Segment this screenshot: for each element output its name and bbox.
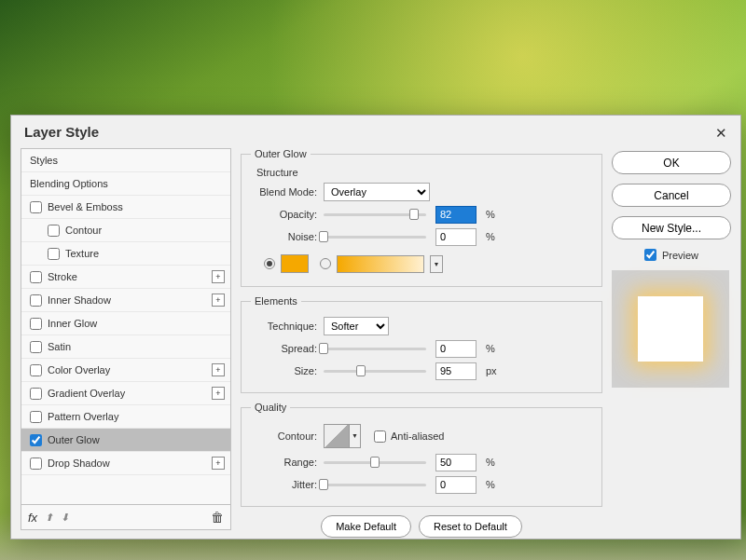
anti-alias-label: Anti-aliased bbox=[391, 430, 444, 442]
sidebar-item-contour[interactable]: Contour bbox=[21, 219, 230, 242]
plus-icon[interactable]: + bbox=[212, 294, 225, 307]
sidebar-item-gradient-overlay[interactable]: Gradient Overlay+ bbox=[21, 382, 230, 405]
size-label: Size: bbox=[251, 365, 324, 376]
layer-style-dialog: Layer Style ✕ Styles Blending Options Be… bbox=[10, 115, 741, 540]
sidebar-item-satin[interactable]: Satin bbox=[21, 335, 230, 359]
blend-mode-select[interactable]: Overlay bbox=[324, 183, 430, 201]
checkbox-gradient-overlay[interactable] bbox=[30, 388, 42, 400]
make-default-button[interactable]: Make Default bbox=[321, 515, 411, 538]
contour-picker[interactable] bbox=[324, 424, 350, 448]
sidebar-item-stroke[interactable]: Stroke+ bbox=[21, 266, 230, 289]
preview-label: Preview bbox=[662, 250, 698, 261]
preview-thumbnail bbox=[612, 270, 729, 388]
titlebar: Layer Style ✕ bbox=[11, 116, 740, 148]
opacity-input[interactable] bbox=[435, 206, 477, 224]
range-slider[interactable] bbox=[324, 461, 426, 464]
solid-color-radio[interactable] bbox=[264, 258, 275, 269]
opacity-label: Opacity: bbox=[251, 209, 324, 220]
blend-mode-label: Blend Mode: bbox=[251, 186, 324, 198]
noise-label: Noise: bbox=[251, 231, 324, 242]
sidebar-item-bevel-emboss[interactable]: Bevel & Emboss bbox=[21, 196, 230, 219]
fx-menu-icon[interactable]: fx bbox=[28, 511, 37, 525]
sidebar-footer: fx ⬆ ⬇ 🗑 bbox=[21, 504, 230, 529]
sidebar-item-color-overlay[interactable]: Color Overlay+ bbox=[21, 359, 230, 382]
sidebar-item-pattern-overlay[interactable]: Pattern Overlay bbox=[21, 405, 230, 429]
noise-slider[interactable] bbox=[324, 236, 426, 239]
structure-group: Outer Glow Structure Blend Mode: Overlay… bbox=[241, 148, 602, 287]
right-panel: OK Cancel New Style... Preview bbox=[612, 148, 731, 530]
range-label: Range: bbox=[251, 457, 324, 468]
checkbox-satin[interactable] bbox=[30, 341, 42, 353]
gradient-picker[interactable] bbox=[337, 255, 424, 273]
size-slider[interactable] bbox=[324, 370, 426, 373]
elements-group: Elements Technique: Softer Spread: % Siz… bbox=[241, 295, 602, 393]
checkbox-stroke[interactable] bbox=[30, 271, 42, 283]
chevron-down-icon[interactable]: ▼ bbox=[430, 255, 443, 273]
technique-select[interactable]: Softer bbox=[324, 317, 389, 335]
sidebar-item-inner-glow[interactable]: Inner Glow bbox=[21, 312, 230, 335]
quality-group: Quality Contour: ▼ Anti-aliased Range: %… bbox=[241, 402, 602, 507]
cancel-button[interactable]: Cancel bbox=[612, 184, 731, 207]
spread-slider[interactable] bbox=[324, 348, 426, 350]
jitter-label: Jitter: bbox=[251, 479, 324, 490]
sidebar-item-drop-shadow[interactable]: Drop Shadow+ bbox=[21, 452, 230, 475]
reset-default-button[interactable]: Reset to Default bbox=[419, 515, 522, 538]
checkbox-color-overlay[interactable] bbox=[30, 364, 42, 376]
opacity-slider[interactable] bbox=[324, 213, 426, 216]
preview-checkbox[interactable] bbox=[644, 249, 656, 261]
plus-icon[interactable]: + bbox=[212, 457, 225, 470]
checkbox-drop-shadow[interactable] bbox=[30, 458, 42, 470]
noise-input[interactable] bbox=[435, 228, 477, 246]
sidebar-item-outer-glow[interactable]: Outer Glow bbox=[21, 429, 230, 452]
settings-panel: Outer Glow Structure Blend Mode: Overlay… bbox=[241, 148, 602, 530]
close-icon[interactable]: ✕ bbox=[715, 125, 727, 142]
structure-subtitle: Structure bbox=[251, 167, 592, 178]
checkbox-inner-shadow[interactable] bbox=[30, 294, 42, 307]
checkbox-bevel[interactable] bbox=[30, 201, 42, 213]
chevron-down-icon[interactable]: ▼ bbox=[350, 424, 361, 448]
trash-icon[interactable]: 🗑 bbox=[211, 510, 224, 525]
new-style-button[interactable]: New Style... bbox=[612, 216, 731, 239]
checkbox-contour[interactable] bbox=[48, 225, 60, 237]
anti-alias-checkbox[interactable] bbox=[374, 430, 386, 443]
sidebar-item-texture[interactable]: Texture bbox=[21, 242, 230, 266]
plus-icon[interactable]: + bbox=[212, 363, 225, 376]
effects-sidebar: Styles Blending Options Bevel & Emboss C… bbox=[21, 148, 231, 530]
ok-button[interactable]: OK bbox=[612, 151, 731, 174]
gradient-radio[interactable] bbox=[320, 258, 331, 269]
contour-label: Contour: bbox=[251, 430, 324, 442]
sidebar-item-blending-options[interactable]: Blending Options bbox=[21, 172, 230, 196]
size-input[interactable] bbox=[435, 362, 477, 380]
checkbox-outer-glow[interactable] bbox=[30, 434, 42, 446]
plus-icon[interactable]: + bbox=[212, 387, 225, 400]
plus-icon[interactable]: + bbox=[212, 270, 225, 283]
spread-label: Spread: bbox=[251, 343, 324, 354]
move-up-icon[interactable]: ⬆ bbox=[45, 512, 53, 524]
sidebar-item-inner-shadow[interactable]: Inner Shadow+ bbox=[21, 289, 230, 312]
jitter-slider[interactable] bbox=[324, 484, 426, 486]
technique-label: Technique: bbox=[251, 321, 324, 332]
glow-color-swatch[interactable] bbox=[281, 254, 309, 273]
checkbox-inner-glow[interactable] bbox=[30, 318, 42, 330]
move-down-icon[interactable]: ⬇ bbox=[61, 512, 69, 524]
checkbox-pattern-overlay[interactable] bbox=[30, 411, 42, 423]
spread-input[interactable] bbox=[435, 340, 477, 358]
dialog-title: Layer Style bbox=[24, 124, 99, 140]
range-input[interactable] bbox=[435, 454, 477, 471]
preview-swatch bbox=[638, 296, 703, 362]
checkbox-texture[interactable] bbox=[48, 248, 60, 260]
sidebar-item-styles[interactable]: Styles bbox=[21, 149, 230, 172]
jitter-input[interactable] bbox=[435, 476, 477, 494]
